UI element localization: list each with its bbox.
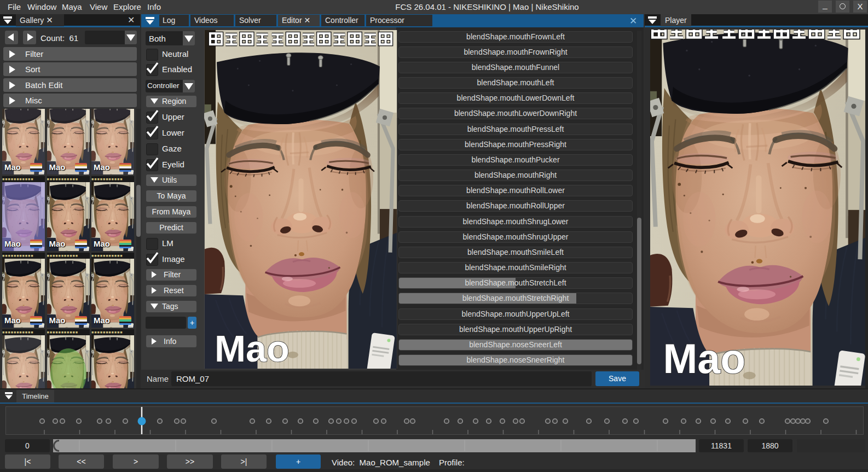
svg-text:Mao: Mao <box>663 336 746 382</box>
svg-text:Mao: Mao <box>215 328 290 369</box>
